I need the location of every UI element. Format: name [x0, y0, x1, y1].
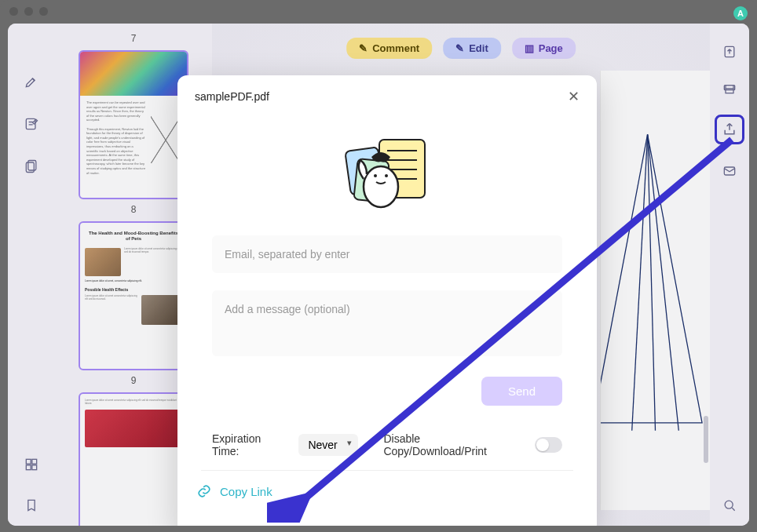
copy-link-button[interactable]: Copy Link: [177, 471, 597, 512]
svg-point-21: [374, 174, 377, 177]
traffic-minimize-icon[interactable]: [24, 7, 33, 16]
share-modal: samplePDF.pdf ✕ Send: [177, 75, 597, 526]
expiration-select[interactable]: Never: [298, 434, 358, 456]
message-field[interactable]: [212, 290, 562, 356]
expiration-label: Expiration Time:: [212, 432, 287, 457]
close-icon[interactable]: ✕: [568, 89, 580, 104]
send-button[interactable]: Send: [481, 377, 562, 406]
disable-copy-label: Disable Copy/Download/Print: [383, 432, 521, 457]
app-frame: 7 The experiment can be repeated over an…: [8, 24, 749, 526]
traffic-zoom-icon[interactable]: [39, 7, 48, 16]
share-illustration: [177, 110, 597, 235]
disable-copy-toggle[interactable]: [535, 437, 562, 453]
traffic-close-icon[interactable]: [9, 7, 18, 16]
modal-filename: samplePDF.pdf: [195, 90, 269, 103]
email-field[interactable]: [212, 235, 562, 273]
svg-point-20: [364, 166, 398, 207]
avatar[interactable]: A: [733, 6, 748, 20]
traffic-lights[interactable]: [9, 7, 48, 16]
svg-point-22: [385, 174, 388, 177]
window-titlebar: [0, 0, 757, 22]
link-icon: [196, 483, 212, 499]
copy-link-label: Copy Link: [220, 485, 272, 498]
